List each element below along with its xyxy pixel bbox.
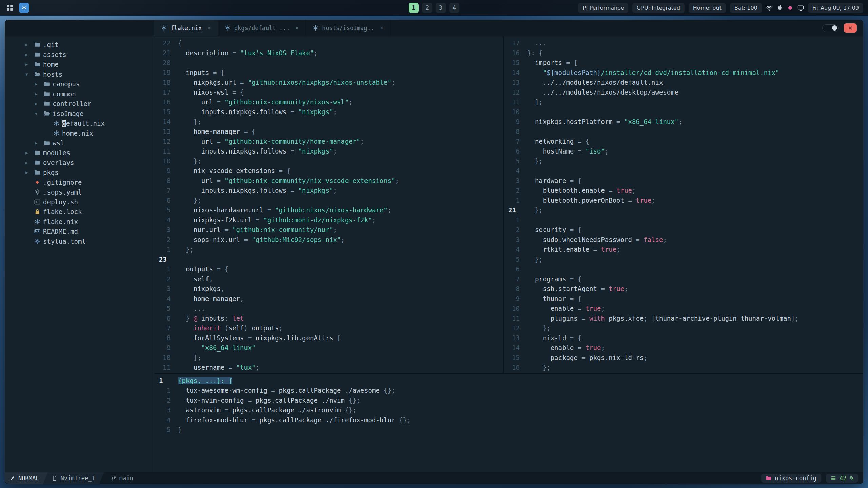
code-line[interactable]: 13 nix-ld = { <box>504 333 863 343</box>
editor-pane-iso-default-nix[interactable]: 17 ...16}: {15 imports = [14 "${modulesP… <box>504 36 863 373</box>
code-line[interactable]: 12 ../../modules/nixos/desktop/awesome <box>504 87 863 97</box>
code-line[interactable]: 4 rtkit.enable = true; <box>504 245 863 255</box>
workspace-button-2[interactable]: 2 <box>422 3 432 13</box>
code-line[interactable]: 14 "${modulesPath}/installer/cd-dvd/inst… <box>504 68 863 78</box>
tab-pkgs-default-...[interactable]: pkgs/default ...× <box>218 20 306 36</box>
code-line[interactable]: 4 <box>504 166 863 176</box>
code-line[interactable]: 10 enable = true; <box>504 304 863 313</box>
code-line[interactable]: 12 }; <box>504 323 863 333</box>
code-line[interactable]: 5 }; <box>504 156 863 166</box>
code-line[interactable]: 6 }; <box>154 196 503 205</box>
tree-item-stylua.toml[interactable]: stylua.toml <box>5 236 154 246</box>
code-line[interactable]: 10 ]; <box>154 353 503 363</box>
code-line[interactable]: 6 } @ inputs: let <box>154 313 503 323</box>
tab-close-icon[interactable]: × <box>296 25 299 31</box>
code-line[interactable]: 17 ... <box>504 38 863 48</box>
code-line[interactable]: 11 plugins = with pkgs.xfce; [thunar-arc… <box>504 313 863 323</box>
tree-item-isoImage[interactable]: ▾isoImage <box>5 108 154 118</box>
tab-close-icon[interactable]: × <box>208 25 211 31</box>
tree-item-controller[interactable]: ▸controller <box>5 99 154 108</box>
code-line[interactable]: 18 nixpkgs.url = "github:nixos/nixpkgs/n… <box>154 78 503 87</box>
code-line[interactable]: 5 ... <box>154 304 503 313</box>
tab-close-icon[interactable]: × <box>380 25 383 31</box>
code-line[interactable]: 10 <box>504 107 863 117</box>
tree-item-README.md[interactable]: README.md <box>5 226 154 236</box>
code-line[interactable]: 3 hardware = { <box>504 176 863 186</box>
code-line[interactable]: 8 url = "github:nix-community/nix-vscode… <box>154 176 503 186</box>
code-line[interactable]: 17 nixos-wsl = { <box>154 87 503 97</box>
code-line[interactable]: 7 inputs.nixpkgs.follows = "nixpkgs"; <box>154 186 503 196</box>
tree-item-wsl[interactable]: ▸wsl <box>5 138 154 148</box>
tab-flake.nix[interactable]: flake.nix× <box>154 20 218 36</box>
code-line[interactable]: 21 description = "tux's NixOS Flake"; <box>154 48 503 58</box>
code-line[interactable]: 9 nix-vscode-extensions = { <box>154 166 503 176</box>
code-line[interactable]: 7 inherit (self) outputs; <box>154 323 503 333</box>
code-line[interactable]: 9 thunar = { <box>504 294 863 304</box>
dot-icon[interactable] <box>787 5 793 11</box>
code-line[interactable]: 1 tux-awesome-wm-config = pkgs.callPacka… <box>154 386 863 395</box>
code-line[interactable]: 8 <box>504 127 863 137</box>
workspace-button-4[interactable]: 4 <box>449 3 459 13</box>
window-close-button[interactable]: × <box>844 23 857 33</box>
code-line[interactable]: 15 inputs.nixpkgs.follows = "nixpkgs"; <box>154 107 503 117</box>
editor-pane-pkgs-default-nix[interactable]: 1{pkgs, ...}: {1 tux-awesome-wm-config =… <box>154 373 863 472</box>
code-line[interactable]: 23 <box>154 255 503 264</box>
code-line[interactable]: 16 url = "github:nix-community/nixos-wsl… <box>154 97 503 107</box>
code-line[interactable]: 1 }; <box>154 245 503 255</box>
editor-pane-flake-nix[interactable]: 22{21 description = "tux's NixOS Flake";… <box>154 36 504 373</box>
tab-hosts-isoImag..[interactable]: hosts/isoImag..× <box>306 20 390 36</box>
tree-item-.git[interactable]: ▸.git <box>5 40 154 49</box>
code-line[interactable]: 19 inputs = { <box>154 68 503 78</box>
wifi-icon[interactable] <box>766 5 772 11</box>
code-line[interactable]: 3 nixpkgs, <box>154 284 503 294</box>
code-line[interactable]: 8 ssh.startAgent = true; <box>504 284 863 294</box>
tree-item-hosts[interactable]: ▾hosts <box>5 69 154 79</box>
code-line[interactable]: 3 astronvim = pkgs.callPackage ./astronv… <box>154 405 863 415</box>
code-line[interactable]: 2 bluetooth.enable = true; <box>504 186 863 196</box>
code-line[interactable]: 15 package = pkgs.nix-ld-rs; <box>504 353 863 363</box>
code-line[interactable]: 22{ <box>154 38 503 48</box>
code-line[interactable]: 7 networking = { <box>504 137 863 146</box>
apple-icon[interactable] <box>776 5 783 11</box>
code-line[interactable]: 3 sudo.wheelNeedsPassword = false; <box>504 235 863 245</box>
tree-item-overlays[interactable]: ▸overlays <box>5 158 154 167</box>
code-line[interactable]: 21 }; <box>504 205 863 215</box>
tree-item-flake.lock[interactable]: flake.lock <box>5 207 154 217</box>
code-line[interactable]: 14 }; <box>154 117 503 127</box>
code-line[interactable]: 4 nixpkgs-f2k.url = "github:moni-dz/nixp… <box>154 215 503 225</box>
code-line[interactable]: 16 }; <box>504 363 863 372</box>
code-line[interactable]: 5} <box>154 425 863 435</box>
tree-item-.sops.yaml[interactable]: .sops.yaml <box>5 187 154 197</box>
tree-item-flake.nix[interactable]: flake.nix <box>5 217 154 226</box>
tree-item-common[interactable]: ▸common <box>5 89 154 99</box>
workspace-button-3[interactable]: 3 <box>436 3 446 13</box>
code-line[interactable]: 11 username = "tux"; <box>154 363 503 372</box>
tree-item-assets[interactable]: ▸assets <box>5 49 154 59</box>
launcher-icon[interactable] <box>5 3 15 13</box>
code-line[interactable]: 13 ../../modules/nixos/default.nix <box>504 78 863 87</box>
tree-item-home.nix[interactable]: home.nix <box>5 128 154 138</box>
code-line[interactable]: 7 programs = { <box>504 274 863 284</box>
code-line[interactable]: 2 sops-nix.url = "github:Mic92/sops-nix"… <box>154 235 503 245</box>
code-line[interactable]: 11 ]; <box>504 97 863 107</box>
code-line[interactable]: 1 outputs = { <box>154 264 503 274</box>
code-line[interactable]: 11 inputs.nixpkgs.follows = "nixpkgs"; <box>154 146 503 156</box>
code-line[interactable]: 5 }; <box>504 255 863 264</box>
tree-item-canopus[interactable]: ▸canopus <box>5 79 154 89</box>
code-line[interactable]: 9 nixpkgs.hostPlatform = "x86_64-linux"; <box>504 117 863 127</box>
code-line[interactable]: 4 home-manager, <box>154 294 503 304</box>
code-line[interactable]: 2 tux-nvim-config = pkgs.callPackage ./n… <box>154 395 863 405</box>
code-line[interactable]: 4 firefox-mod-blur = pkgs.callPackage ./… <box>154 415 863 425</box>
tree-item-pkgs[interactable]: ▸pkgs <box>5 167 154 177</box>
code-line[interactable]: 16}: { <box>504 48 863 58</box>
display-icon[interactable] <box>797 5 804 11</box>
window-toggle[interactable] <box>822 24 839 32</box>
code-line[interactable]: 2 self, <box>154 274 503 284</box>
code-line[interactable]: 12 url = "github:nix-community/home-mana… <box>154 137 503 146</box>
code-line[interactable]: 3 nur.url = "github:nix-community/nur"; <box>154 225 503 235</box>
tree-item-modules[interactable]: ▸modules <box>5 148 154 158</box>
tree-item-deploy.sh[interactable]: deploy.sh <box>5 197 154 207</box>
code-line[interactable]: 6 hostName = "iso"; <box>504 146 863 156</box>
workspace-button-1[interactable]: 1 <box>409 3 419 13</box>
code-line[interactable]: 15 imports = [ <box>504 58 863 68</box>
